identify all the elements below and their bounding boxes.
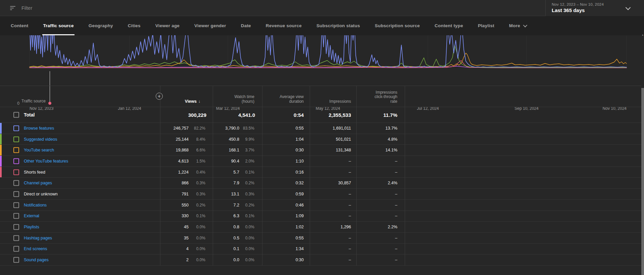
cell-views: 35 (160, 236, 189, 240)
add-metric-button[interactable]: + (156, 93, 163, 100)
row-checkbox[interactable] (13, 257, 19, 263)
row-checkbox[interactable] (13, 147, 19, 153)
tab-label: Traffic source (43, 23, 73, 28)
cell-avg-view-duration: 1:09 (262, 214, 304, 218)
date-range-preset: Last 365 days (552, 7, 644, 13)
column-header-impressions-ctr[interactable]: Impressions click-through rate (356, 90, 397, 104)
cell-impressions: – (310, 246, 351, 251)
cell-watch-share: 3.7% (241, 148, 254, 152)
cell-views: 19,868 (160, 148, 189, 152)
traffic-source-label[interactable]: Browse features (24, 126, 54, 131)
tab-viewer-gender[interactable]: Viewer gender (194, 16, 226, 35)
traffic-source-label[interactable]: Hashtag pages (24, 236, 52, 240)
traffic-source-label[interactable]: YouTube search (24, 148, 54, 152)
table-row-end-screens: End screens40.0%0.10.0%1:34–– (0, 244, 641, 255)
scrollbar-thumb[interactable] (641, 88, 644, 275)
tab-content-type[interactable]: Content type (435, 16, 463, 35)
tab-label: Playlist (478, 23, 494, 28)
tab-playlist[interactable]: Playlist (478, 16, 494, 35)
traffic-source-label[interactable]: Other YouTube features (24, 159, 68, 164)
cell-watch-share: 0.0% (241, 236, 254, 240)
total-views: 300,229 (160, 112, 206, 118)
row-checkbox[interactable] (13, 136, 19, 142)
column-header-traffic-source: Traffic source (21, 99, 46, 103)
cell-impressions: – (310, 214, 351, 218)
traffic-source-label[interactable]: Suggested videos (24, 137, 57, 142)
total-label: Total (24, 112, 35, 118)
filter-input[interactable] (21, 5, 163, 11)
tab-subscription-source[interactable]: Subscription source (375, 16, 420, 35)
total-impressions: 2,355,533 (310, 112, 351, 118)
column-header-views[interactable]: Views↓ (160, 99, 200, 104)
table-row-youtube-search: YouTube search19,8686.6%168.13.7%0:30131… (0, 145, 641, 156)
cell-views-share: 1.5% (190, 159, 205, 164)
tab-revenue-source[interactable]: Revenue source (266, 16, 302, 35)
tab-traffic-source[interactable]: Traffic source (43, 16, 73, 35)
tab-label: Content (11, 23, 28, 28)
tab-subscription-status[interactable]: Subscription status (316, 16, 360, 35)
tab-cities[interactable]: Cities (128, 16, 141, 35)
cell-views: 791 (160, 192, 189, 196)
traffic-source-label[interactable]: Sound pages (24, 258, 49, 262)
table-row-hashtag-pages: Hashtag pages350.0%0.50.0%0:55–– (0, 233, 641, 244)
traffic-source-label[interactable]: Playlists (24, 225, 39, 229)
filter-bar: Nov 12, 2023 – Nov 10, 2024 Last 365 day… (0, 0, 644, 16)
cell-watch-time: 0.5 (213, 236, 239, 240)
tab-label: Cities (128, 23, 141, 28)
tab-label: Viewer age (155, 23, 180, 28)
cell-impressions-ctr: – (356, 214, 397, 218)
date-range-selector[interactable]: Nov 12, 2023 – Nov 10, 2024 Last 365 day… (545, 0, 644, 16)
cell-views: 550 (160, 203, 189, 208)
table-row-direct-or-unknown: Direct or unknown7910.3%13.10.3%0:59–– (0, 189, 641, 200)
tab-date[interactable]: Date (241, 16, 251, 35)
cell-impressions-ctr: – (356, 258, 397, 262)
cell-views: 330 (160, 214, 189, 218)
cell-watch-share: 0.3% (241, 192, 254, 196)
cell-watch-share: 9.9% (241, 137, 254, 142)
cell-watch-share: 0.1% (241, 214, 254, 218)
tab-more[interactable]: More (509, 16, 526, 35)
traffic-source-label[interactable]: External (24, 214, 39, 218)
column-header-avg-view-duration[interactable]: Average view duration (262, 95, 304, 104)
scrollbar-up-arrow-icon[interactable]: ▴ (642, 33, 643, 36)
row-checkbox[interactable] (13, 191, 19, 197)
filter-icon (10, 6, 15, 10)
cell-avg-view-duration: 1:02 (262, 225, 304, 229)
row-checkbox[interactable] (13, 246, 19, 252)
row-checkbox[interactable] (13, 235, 19, 241)
column-header-impressions[interactable]: Impressions (310, 99, 351, 104)
tab-label: Geography (89, 23, 113, 28)
row-checkbox[interactable] (13, 202, 19, 208)
cell-impressions-ctr: – (356, 236, 397, 240)
cell-avg-view-duration: 0:30 (262, 148, 304, 152)
cell-impressions-ctr: 13.7% (356, 126, 397, 131)
cell-impressions-ctr: 14.1% (356, 148, 397, 152)
column-divider (213, 86, 213, 266)
cell-impressions: – (310, 192, 351, 196)
cell-watch-share: 0.1% (241, 170, 254, 175)
total-checkbox[interactable] (13, 112, 19, 118)
cell-views-share: 0.1% (190, 214, 205, 218)
traffic-source-label[interactable]: End screens (24, 246, 47, 251)
row-checkbox[interactable] (13, 169, 19, 175)
cell-avg-view-duration: 0:55 (262, 236, 304, 240)
row-checkbox[interactable] (13, 213, 19, 219)
row-checkbox[interactable] (13, 180, 19, 186)
tab-geography[interactable]: Geography (89, 16, 113, 35)
cell-impressions: – (310, 159, 351, 164)
series-color-bar (0, 145, 2, 155)
cell-watch-time: 168.1 (213, 148, 239, 152)
row-checkbox[interactable] (13, 224, 19, 230)
tab-viewer-age[interactable]: Viewer age (155, 16, 180, 35)
cell-watch-time: 5.7 (213, 170, 239, 175)
row-checkbox[interactable] (13, 125, 19, 131)
cell-impressions: – (310, 258, 351, 262)
tab-content[interactable]: Content (11, 16, 28, 35)
cell-avg-view-duration: 1:04 (262, 137, 304, 142)
cell-impressions: 30,857 (310, 181, 351, 185)
series-color-bar (0, 123, 2, 134)
row-checkbox[interactable] (13, 158, 19, 164)
column-header-watch-time[interactable]: Watch time (hours) (213, 95, 254, 104)
traffic-source-label[interactable]: Channel pages (24, 181, 52, 185)
traffic-source-label[interactable]: Notifications (24, 203, 47, 208)
